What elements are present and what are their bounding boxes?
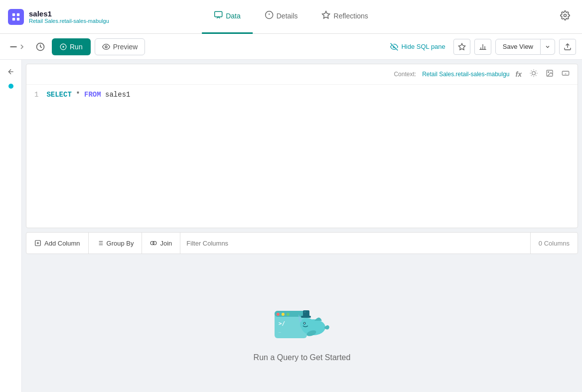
column-toolbar: Add Column Group By Join 0 Columns — [26, 232, 578, 254]
image-button[interactable] — [544, 68, 556, 80]
app-subtitle: Retail Sales.retail-sales-mabulgu — [29, 18, 109, 24]
top-header: sales1 Retail Sales.retail-sales-mabulgu… — [0, 0, 582, 34]
join-icon — [150, 240, 157, 247]
svg-rect-67 — [303, 310, 309, 317]
sql-star: * — [72, 91, 84, 99]
settings-button[interactable] — [556, 6, 574, 27]
sql-table: sales1 — [101, 91, 131, 99]
group-by-label: Group By — [107, 240, 134, 247]
back-arrow-button[interactable] — [6, 39, 29, 54]
clock-button[interactable] — [33, 39, 48, 54]
data-tab-icon — [214, 10, 223, 21]
svg-rect-4 — [215, 11, 222, 17]
data-tab-label: Data — [226, 12, 241, 20]
bar-chart-icon — [479, 43, 487, 51]
join-label: Join — [160, 240, 172, 247]
left-nav-button[interactable] — [5, 66, 17, 78]
empty-state-message: Run a Query to Get Started — [254, 353, 351, 362]
gear-icon — [560, 10, 570, 20]
save-view-button[interactable]: Save View — [495, 39, 541, 55]
sql-from-keyword: FROM — [84, 91, 101, 99]
svg-line-26 — [531, 71, 532, 71]
app-title: sales1 — [29, 9, 109, 18]
svg-marker-16 — [458, 43, 465, 50]
add-column-icon — [34, 240, 41, 247]
export-button[interactable] — [559, 39, 576, 55]
svg-point-52 — [153, 242, 156, 245]
run-label: Run — [70, 43, 83, 51]
hide-sql-icon — [390, 43, 398, 51]
tab-details[interactable]: Details — [253, 0, 310, 34]
sql-panel: Context: Retail Sales.retail-sales-mabul… — [22, 60, 582, 392]
svg-line-27 — [536, 75, 536, 76]
tab-data[interactable]: Data — [202, 0, 253, 34]
hide-sql-button[interactable]: Hide SQL pane — [386, 41, 449, 53]
grid-icon — [11, 12, 20, 21]
clock-icon — [36, 42, 45, 51]
svg-point-23 — [532, 72, 536, 75]
context-label: Context: — [394, 71, 416, 78]
svg-text:>/: >/ — [279, 320, 286, 327]
svg-rect-1 — [17, 13, 19, 15]
svg-marker-13 — [63, 45, 64, 48]
left-sidebar-strip — [0, 60, 22, 392]
svg-rect-57 — [287, 313, 290, 316]
svg-point-64 — [304, 323, 305, 324]
empty-state: >/ _ — [22, 258, 582, 392]
svg-rect-2 — [12, 17, 15, 20]
svg-text:_: _ — [279, 328, 281, 333]
keyboard-icon — [562, 69, 570, 77]
keyboard-button[interactable] — [560, 68, 572, 80]
line-number: 1 — [34, 91, 38, 99]
sparkle-icon — [458, 43, 466, 51]
arrow-left-icon — [7, 68, 15, 76]
image-icon — [546, 69, 554, 77]
play-icon — [60, 43, 67, 50]
svg-rect-68 — [304, 311, 306, 313]
add-column-label: Add Column — [44, 240, 80, 247]
nav-tabs: Data Details Reflections — [202, 0, 380, 34]
toolbar-left: Run Preview — [6, 38, 145, 55]
chart-button[interactable] — [474, 39, 491, 55]
code-editor: Context: Retail Sales.retail-sales-mabul… — [26, 64, 578, 228]
narwhal-illustration: >/ _ — [270, 288, 334, 353]
eye-icon — [102, 43, 110, 51]
save-view-label: Save View — [503, 43, 533, 50]
svg-rect-3 — [17, 17, 19, 20]
tab-reflections[interactable]: Reflections — [310, 0, 380, 34]
toolbar-right: Hide SQL pane Save View — [386, 39, 576, 55]
svg-point-14 — [105, 46, 107, 48]
editor-toolbar: Context: Retail Sales.retail-sales-mabul… — [26, 64, 578, 85]
status-dot — [8, 84, 13, 89]
svg-point-9 — [564, 14, 566, 17]
sun-button[interactable] — [528, 68, 540, 80]
sparkle-button[interactable] — [453, 39, 470, 55]
hide-sql-label: Hide SQL pane — [401, 43, 445, 50]
filter-columns-input[interactable] — [180, 240, 530, 247]
chevron-down-icon — [545, 44, 551, 50]
code-area[interactable]: 1SELECT * FROM sales1 — [26, 85, 578, 228]
forward-icon — [18, 43, 26, 51]
export-icon — [564, 43, 572, 51]
app-icon — [8, 9, 24, 25]
run-button[interactable]: Run — [52, 38, 91, 55]
group-by-button[interactable]: Group By — [89, 233, 143, 254]
arrow-right-icon — [9, 42, 18, 51]
svg-line-30 — [531, 75, 532, 76]
save-view-dropdown-button[interactable] — [541, 39, 555, 55]
preview-button[interactable]: Preview — [95, 38, 146, 55]
sun-icon — [530, 69, 538, 77]
save-view-group: Save View — [495, 39, 555, 55]
add-column-button[interactable]: Add Column — [26, 233, 89, 254]
toolbar: Run Preview Hide SQL pane — [0, 34, 582, 60]
sql-select-keyword: SELECT — [46, 91, 71, 99]
context-link[interactable]: Retail Sales.retail-sales-mabulgu — [422, 71, 509, 78]
details-tab-icon — [265, 10, 274, 21]
reflections-tab-icon — [322, 10, 331, 21]
preview-label: Preview — [113, 43, 138, 51]
svg-line-31 — [536, 71, 536, 71]
fx-button[interactable]: fx — [514, 69, 524, 79]
join-button[interactable]: Join — [142, 233, 180, 254]
svg-rect-56 — [282, 313, 285, 316]
main-content: Context: Retail Sales.retail-sales-mabul… — [0, 60, 582, 392]
